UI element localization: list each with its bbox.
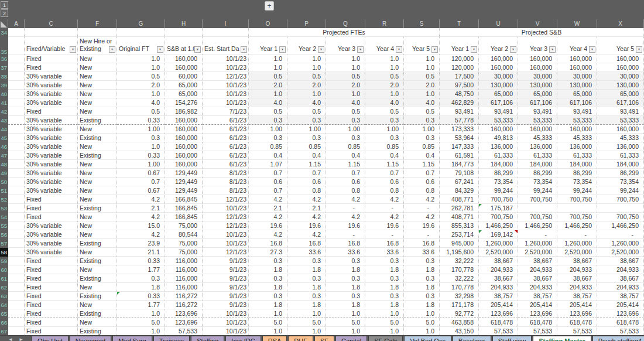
cell-R57[interactable]: 16.8 [365, 239, 404, 248]
cell-V43[interactable]: 53,333 [518, 116, 557, 125]
cell-P61[interactable]: 0.3 [287, 274, 326, 283]
row-header-56[interactable]: 56 [0, 230, 8, 239]
cell-H59[interactable]: 116,000 [165, 257, 203, 265]
cell-V41[interactable]: 617,106 [518, 98, 557, 107]
cell-I56[interactable]: 10/1/23 [203, 230, 249, 239]
cell-T41[interactable]: 462,829 [440, 98, 479, 107]
cell-A44[interactable] [8, 125, 25, 134]
cell-S66[interactable]: 5.0 [404, 318, 440, 327]
cell-W49[interactable]: 86,299 [557, 169, 597, 178]
cell-U46[interactable]: 136,000 [479, 142, 518, 151]
fte-year-header-O[interactable]: Year 1▾ [249, 37, 287, 54]
cell-Q67[interactable]: 1.0 [326, 327, 365, 336]
outline-level-2-button[interactable]: 2 [1, 9, 8, 17]
cell-W59[interactable]: 38,667 [557, 257, 597, 265]
cell-F63[interactable]: Existing [78, 292, 117, 301]
cell-W43[interactable]: 53,333 [557, 116, 597, 125]
sheet-tab-neuromod[interactable]: Neuromod [70, 336, 111, 341]
cell-G40[interactable]: 1.0 [117, 90, 165, 98]
cell-G36[interactable]: 1.0 [117, 54, 165, 63]
sb-year-header-X[interactable]: Year 5▾ [597, 37, 644, 54]
filter-dropdown-T[interactable]: ▾ [471, 46, 477, 53]
cell-R52[interactable]: 4.2 [365, 195, 404, 204]
cell-C49[interactable]: 30% variable [25, 169, 78, 178]
filter-dropdown-R[interactable]: ▾ [396, 46, 402, 53]
cell-V46[interactable]: 136,000 [518, 142, 557, 151]
cell-A47[interactable] [8, 151, 25, 160]
cell-S45[interactable]: 0.3 [404, 134, 440, 142]
cell-A51[interactable] [8, 186, 25, 195]
cell-U39[interactable]: 130,000 [479, 81, 518, 90]
column-header-R[interactable]: R [365, 19, 404, 28]
cell-O61[interactable]: 0.3 [249, 274, 287, 283]
cell-S39[interactable]: 2.0 [404, 81, 440, 90]
cell-P62[interactable]: 1.8 [287, 283, 326, 292]
sheet-tab-staffing[interactable]: Staffing [191, 336, 224, 341]
sheet-tab-incr-idc[interactable]: Incr IDC [225, 336, 261, 341]
row-header-67[interactable]: 67 [0, 327, 8, 336]
original-fte-header[interactable]: Original FT▾ [117, 37, 165, 54]
cell-H54[interactable]: 166,845 [165, 213, 203, 221]
cell-X55[interactable]: 1,466,250 [597, 221, 644, 230]
cell-A61[interactable] [8, 274, 25, 283]
cell-F59[interactable]: Existing [78, 257, 117, 265]
row-header-37[interactable]: 37 [0, 63, 8, 72]
row-header-47[interactable]: 47 [0, 151, 8, 160]
cell-Q55[interactable]: 19.6 [326, 221, 365, 230]
cell-T49[interactable]: 79,108 [440, 169, 479, 178]
cell-V62[interactable]: 204,933 [518, 283, 557, 292]
cell-G53[interactable]: 2.1 [117, 204, 165, 213]
cell-C50[interactable]: 30% variable [25, 178, 78, 186]
cell-H39[interactable]: 65,000 [165, 81, 203, 90]
cell-X60[interactable]: 204,933 [597, 265, 644, 274]
cell-W36[interactable]: 160,000 [557, 54, 597, 63]
cell-H46[interactable]: 160,000 [165, 142, 203, 151]
cell-X51[interactable]: 99,244 [597, 186, 644, 195]
cell-X39[interactable]: 130,000 [597, 81, 644, 90]
cell-T64[interactable]: 171,178 [440, 301, 479, 309]
cell-V44[interactable]: 160,000 [518, 125, 557, 134]
row-header-52[interactable]: 52 [0, 195, 8, 204]
sheet-tab-med-surg[interactable]: Med Surg [112, 336, 152, 341]
sheet-tab-staffing-master[interactable]: Staffing Master [533, 336, 591, 341]
cell-U53[interactable]: 175,187 [479, 204, 518, 213]
cell-R47[interactable]: 0.4 [365, 151, 404, 160]
cell-I62[interactable]: 9/1/23 [203, 283, 249, 292]
cell-W37[interactable]: 160,000 [557, 63, 597, 72]
cell-P51[interactable]: 0.8 [287, 186, 326, 195]
cell-G47[interactable]: 0.33 [117, 151, 165, 160]
plus-button[interactable]: + [265, 1, 274, 11]
cell-F44[interactable]: New [78, 125, 117, 134]
cell-S60[interactable]: 1.8 [404, 265, 440, 274]
column-header-X[interactable]: X [597, 19, 644, 28]
cell-Q56[interactable]: - [326, 230, 365, 239]
cell-Q47[interactable]: 0.4 [326, 151, 365, 160]
cell-C62[interactable]: Fixed [25, 283, 78, 292]
cell-P63[interactable]: 0.3 [287, 292, 326, 301]
cell-V58[interactable]: 2,520,000 [518, 248, 557, 257]
cell-O63[interactable]: 0.3 [249, 292, 287, 301]
cell-T46[interactable]: 147,333 [440, 142, 479, 151]
cell-O67[interactable]: 1.0 [249, 327, 287, 336]
cell-P58[interactable]: 33.6 [287, 248, 326, 257]
cell-G51[interactable]: 0.67 [117, 186, 165, 195]
cell-U61[interactable]: 38,667 [479, 274, 518, 283]
cell-H61[interactable]: 116,000 [165, 274, 203, 283]
filter-dropdown-W[interactable]: ▾ [589, 46, 595, 53]
cell-P64[interactable]: 1.8 [287, 301, 326, 309]
cell-S67[interactable]: 1.0 [404, 327, 440, 336]
cell-W66[interactable]: 618,478 [557, 318, 597, 327]
sb-year-header-U[interactable]: Year 2▾ [479, 37, 518, 54]
fte-year-header-Q[interactable]: Year 3▾ [326, 37, 365, 54]
cell-H55[interactable]: 75,000 [165, 221, 203, 230]
cell-X66[interactable]: 618,478 [597, 318, 644, 327]
cell-A52[interactable] [8, 195, 25, 204]
cell-S46[interactable]: 0.85 [404, 142, 440, 151]
sheet-tab-staff-view[interactable]: Staff view [492, 336, 532, 341]
cell-V57[interactable]: 1,260,000 [518, 239, 557, 248]
cell-C66[interactable]: Fixed [25, 318, 78, 327]
cell-Q37[interactable]: 1.0 [326, 63, 365, 72]
cell-G43[interactable]: 0.33 [117, 116, 165, 125]
cell-T55[interactable]: 855,313 [440, 221, 479, 230]
cell-A65[interactable] [8, 309, 25, 318]
